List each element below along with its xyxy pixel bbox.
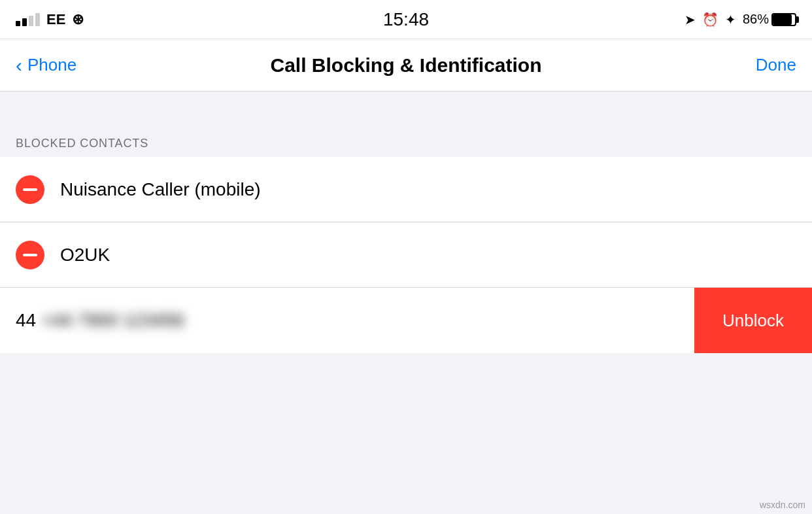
remove-button[interactable] xyxy=(16,241,44,269)
chevron-left-icon: ‹ xyxy=(16,54,22,77)
status-bar: EE ⊛ 15:48 ➤ ⏰ ✦ 86% xyxy=(0,0,812,39)
number-prefix: 44 xyxy=(16,310,36,331)
top-spacer xyxy=(0,92,812,118)
alarm-icon: ⏰ xyxy=(702,12,719,27)
remove-button[interactable] xyxy=(16,175,44,204)
back-button[interactable]: ‹ Phone xyxy=(16,54,76,77)
back-label: Phone xyxy=(27,55,76,75)
battery-fill xyxy=(773,14,792,25)
signal-icon xyxy=(16,13,40,26)
watermark: wsxdn.com xyxy=(760,500,805,510)
nav-bar: ‹ Phone Call Blocking & Identification D… xyxy=(0,39,812,92)
blocked-contacts-list: Nuisance Caller (mobile) O2UK 44 +44 790… xyxy=(0,157,812,353)
list-item-swiped: 44 +44 7900 123456 Unblock xyxy=(0,288,812,353)
section-header-text: BLOCKED CONTACTS xyxy=(16,137,148,150)
unblock-button[interactable]: Unblock xyxy=(694,288,812,353)
battery-icon xyxy=(771,13,796,26)
done-button[interactable]: Done xyxy=(756,55,796,75)
swiped-item-content: 44 +44 7900 123456 xyxy=(0,288,694,353)
location-icon: ➤ xyxy=(685,12,696,27)
list-item: O2UK xyxy=(0,222,812,288)
battery-percent: 86% xyxy=(743,12,769,27)
status-right: ➤ ⏰ ✦ 86% xyxy=(685,12,796,27)
contact-name: Nuisance Caller (mobile) xyxy=(60,179,261,200)
phone-number-blurred: +44 7900 123456 xyxy=(41,310,184,331)
section-header: BLOCKED CONTACTS xyxy=(0,118,812,157)
bluetooth-icon: ✦ xyxy=(725,12,736,27)
wifi-icon: ⊛ xyxy=(72,11,84,28)
status-left: EE ⊛ xyxy=(16,11,84,28)
list-item: Nuisance Caller (mobile) xyxy=(0,157,812,222)
carrier-label: EE xyxy=(46,11,65,28)
battery-container: 86% xyxy=(743,12,796,27)
status-time: 15:48 xyxy=(383,9,429,30)
contact-name: O2UK xyxy=(60,245,110,266)
page-title: Call Blocking & Identification xyxy=(270,54,541,77)
